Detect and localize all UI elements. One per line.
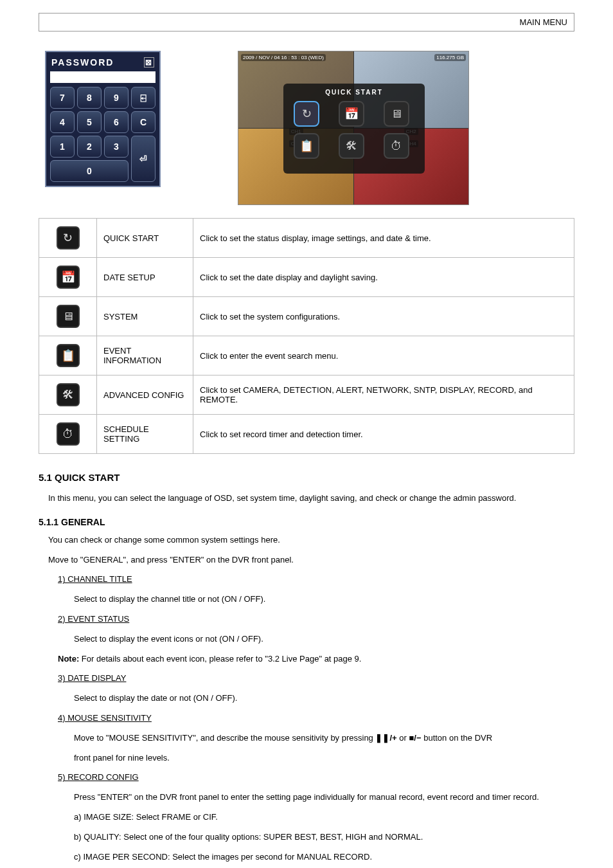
menu-desc: Click to set the status display, image s… — [193, 219, 574, 258]
key-0[interactable]: 0 — [50, 160, 129, 182]
section-5-1-1: 5.1.1 GENERAL — [39, 517, 574, 527]
osd-disk-size: 116.275 GB — [434, 54, 466, 61]
item-4-desc: Move to "MOUSE SENSITIVITY", and describ… — [74, 732, 574, 745]
item-5-b-label: b) QUALITY: — [74, 832, 121, 842]
key-enter[interactable]: ⏎ — [131, 136, 155, 182]
item-5-a-desc: Select FRAME or CIF. — [136, 812, 218, 822]
menu-table: ↻ QUICK START Click to set the status di… — [39, 218, 574, 454]
header-bar: MAIN MENU — [39, 13, 574, 32]
menu-row-schedule-setting: ⏱ SCHEDULE SETTING Click to set record t… — [39, 415, 574, 454]
item-5-a-label: a) IMAGE SIZE: — [74, 812, 134, 822]
item-5-label: 5) RECORD CONFIG — [58, 771, 574, 784]
tools-icon: 🛠 — [57, 383, 80, 406]
key-7[interactable]: 7 — [50, 87, 75, 109]
item-4-desc-c: button on the DVR — [423, 733, 492, 743]
item-5-b: b) QUALITY: Select one of the four quali… — [74, 831, 574, 844]
keypad: 7 8 9 ⍇ 4 5 6 C 1 2 3 ⏎ 0 — [50, 87, 155, 182]
system-icon: 🖥 — [57, 305, 80, 328]
item-5-desc: Press "ENTER" on the DVR front panel to … — [74, 791, 574, 804]
password-title-row: PASSWORD ⊠ — [50, 56, 155, 71]
key-clear[interactable]: C — [131, 111, 155, 133]
item-5-c-label: c) IMAGE PER SECOND: — [74, 852, 170, 862]
item-4-label: 4) MOUSE SENSITIVITY — [58, 712, 574, 725]
qs-quick-start-icon[interactable]: ↻ — [294, 101, 319, 127]
quick-start-icons: ↻ 📅 🖥 📋 🛠 ⏱ — [289, 101, 420, 159]
menu-row-date-setup: 📅 DATE SETUP Click to set the date displ… — [39, 258, 574, 297]
item-2-desc: Select to display the event icons or not… — [74, 633, 574, 646]
qs-system-icon[interactable]: 🖥 — [384, 101, 409, 127]
password-title-text: PASSWORD — [51, 57, 114, 68]
menu-desc: Click to set the system configurations. — [193, 297, 574, 336]
qs-date-setup-icon[interactable]: 📅 — [339, 101, 364, 127]
item-1-desc: Select to display the channel title or n… — [74, 593, 574, 606]
qs-schedule-setting-icon[interactable]: ⏱ — [384, 133, 409, 159]
key-2[interactable]: 2 — [77, 136, 102, 158]
item-5-c-desc: Select the images per second for MANUAL … — [172, 852, 372, 862]
key-backspace[interactable]: ⍇ — [131, 87, 155, 109]
menu-desc: Click to enter the event search menu. — [193, 336, 574, 375]
quick-start-title: QUICK START — [289, 89, 420, 96]
section-5-1: 5.1 QUICK START — [39, 472, 574, 483]
key-9[interactable]: 9 — [104, 87, 129, 109]
menu-desc: Click to set the date display and daylig… — [193, 258, 574, 297]
item-5-c: c) IMAGE PER SECOND: Select the images p… — [74, 851, 574, 864]
qs-advanced-config-icon[interactable]: 🛠 — [339, 133, 364, 159]
key-6[interactable]: 6 — [104, 111, 129, 133]
section-5-1-1-intro: You can check or change some common syst… — [48, 534, 574, 547]
password-input[interactable] — [50, 71, 155, 83]
quick-start-panel: QUICK START ↻ 📅 🖥 📋 🛠 ⏱ — [283, 84, 425, 174]
note-label: Note: — [58, 654, 79, 664]
item-4-desc-b: or — [399, 733, 409, 743]
close-icon[interactable]: ⊠ — [144, 57, 154, 68]
clipboard-icon: 📋 — [57, 344, 80, 367]
item-1-label: 1) CHANNEL TITLE — [58, 573, 574, 586]
qs-event-info-icon[interactable]: 📋 — [294, 133, 319, 159]
menu-row-quick-start: ↻ QUICK START Click to set the status di… — [39, 219, 574, 258]
menu-desc: Click to set record timer and detection … — [193, 415, 574, 454]
item-3-label: 3) DATE DISPLAY — [58, 672, 574, 685]
item-2-label: 2) EVENT STATUS — [58, 613, 574, 626]
item-4-desc2: front panel for nine levels. — [74, 752, 574, 765]
osd-datetime: 2009 / NOV / 04 16 : 53 : 03 (WED) — [241, 54, 326, 61]
note-text: For details about each event icon, pleas… — [82, 654, 362, 664]
key-8[interactable]: 8 — [77, 87, 102, 109]
menu-label: DATE SETUP — [97, 258, 193, 297]
pause-plus-icon: ❚❚/+ — [375, 733, 396, 743]
item-2-note: Note: For details about each event icon,… — [58, 653, 574, 666]
menu-label: SYSTEM — [97, 297, 193, 336]
section-5-1-1-intro2: Move to "GENERAL", and press "ENTER" on … — [48, 554, 574, 567]
osd-top-bar: 2009 / NOV / 04 16 : 53 : 03 (WED) 116.2… — [241, 54, 466, 61]
top-image-row: PASSWORD ⊠ 7 8 9 ⍇ 4 5 6 C 1 2 3 ⏎ 0 200… — [45, 51, 574, 205]
item-3-desc: Select to display the date or not (ON / … — [74, 692, 574, 705]
item-4-desc-a: Move to "MOUSE SENSITIVITY", and describ… — [74, 733, 375, 743]
clock-icon: ⏱ — [57, 422, 80, 446]
header-title: MAIN MENU — [520, 17, 567, 27]
menu-label: EVENT INFORMATION — [97, 336, 193, 375]
refresh-icon: ↻ — [57, 226, 80, 249]
menu-label: ADVANCED CONFIG — [97, 375, 193, 415]
key-3[interactable]: 3 — [104, 136, 129, 158]
menu-row-event-information: 📋 EVENT INFORMATION Click to enter the e… — [39, 336, 574, 375]
key-4[interactable]: 4 — [50, 111, 75, 133]
menu-label: QUICK START — [97, 219, 193, 258]
key-1[interactable]: 1 — [50, 136, 75, 158]
item-5-b-desc: Select one of the four quality options: … — [123, 832, 423, 842]
menu-row-advanced-config: 🛠 ADVANCED CONFIG Click to set CAMERA, D… — [39, 375, 574, 415]
dvr-screenshot: 2009 / NOV / 04 16 : 53 : 03 (WED) 116.2… — [238, 51, 469, 205]
menu-label: SCHEDULE SETTING — [97, 415, 193, 454]
stop-minus-icon: ■/− — [409, 733, 421, 743]
calendar-icon: 📅 — [57, 266, 80, 289]
section-5-1-intro: In this menu, you can select the languag… — [48, 492, 574, 505]
menu-desc: Click to set CAMERA, DETECTION, ALERT, N… — [193, 375, 574, 415]
key-5[interactable]: 5 — [77, 111, 102, 133]
password-panel: PASSWORD ⊠ 7 8 9 ⍇ 4 5 6 C 1 2 3 ⏎ 0 — [45, 51, 161, 187]
menu-row-system: 🖥 SYSTEM Click to set the system configu… — [39, 297, 574, 336]
item-5-a: a) IMAGE SIZE: Select FRAME or CIF. — [74, 811, 574, 824]
